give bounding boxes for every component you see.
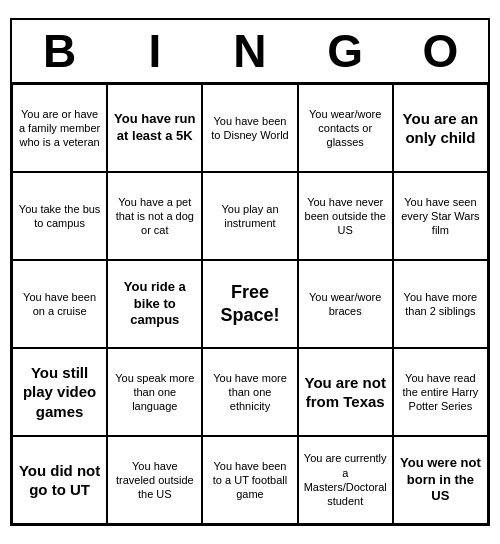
header-letter-b: B [12,20,107,82]
header-letter-n: N [202,20,297,82]
bingo-cell-1[interactable]: You have run at least a 5K [107,84,202,172]
bingo-cell-22[interactable]: You have been to a UT football game [202,436,297,524]
bingo-cell-7[interactable]: You play an instrument [202,172,297,260]
bingo-cell-15[interactable]: You still play video games [12,348,107,436]
bingo-cell-19[interactable]: You have read the entire Harry Potter Se… [393,348,488,436]
header-letter-o: O [393,20,488,82]
bingo-cell-24[interactable]: You were not born in the US [393,436,488,524]
bingo-cell-9[interactable]: You have seen every Star Wars film [393,172,488,260]
bingo-header: BINGO [12,20,488,84]
header-letter-i: I [107,20,202,82]
bingo-cell-5[interactable]: You take the bus to campus [12,172,107,260]
header-letter-g: G [298,20,393,82]
bingo-cell-23[interactable]: You are currently a Masters/Doctoral stu… [298,436,393,524]
bingo-cell-21[interactable]: You have traveled outside the US [107,436,202,524]
bingo-cell-20[interactable]: You did not go to UT [12,436,107,524]
bingo-cell-3[interactable]: You wear/wore contacts or glasses [298,84,393,172]
bingo-cell-10[interactable]: You have been on a cruise [12,260,107,348]
bingo-cell-0[interactable]: You are or have a family member who is a… [12,84,107,172]
bingo-cell-14[interactable]: You have more than 2 siblings [393,260,488,348]
bingo-card: BINGO You are or have a family member wh… [10,18,490,526]
bingo-cell-12[interactable]: Free Space! [202,260,297,348]
bingo-cell-8[interactable]: You have never been outside the US [298,172,393,260]
bingo-cell-4[interactable]: You are an only child [393,84,488,172]
bingo-cell-17[interactable]: You have more than one ethnicity [202,348,297,436]
bingo-cell-2[interactable]: You have been to Disney World [202,84,297,172]
bingo-grid: You are or have a family member who is a… [12,84,488,524]
bingo-cell-6[interactable]: You have a pet that is not a dog or cat [107,172,202,260]
bingo-cell-16[interactable]: You speak more than one language [107,348,202,436]
bingo-cell-18[interactable]: You are not from Texas [298,348,393,436]
bingo-cell-11[interactable]: You ride a bike to campus [107,260,202,348]
bingo-cell-13[interactable]: You wear/wore braces [298,260,393,348]
